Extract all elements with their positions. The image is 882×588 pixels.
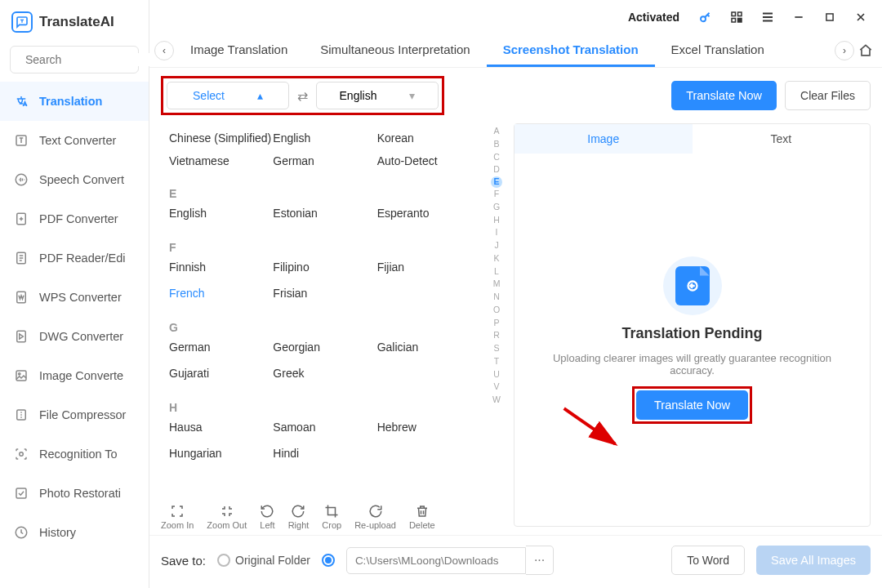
minimize-icon[interactable] [791,9,807,25]
sidebar-item-dwg-converter[interactable]: DWG Converter [0,317,149,356]
tabs-next[interactable]: › [835,41,854,60]
sidebar-item-photo-restoration[interactable]: Photo Restorati [0,474,149,513]
az-index-m[interactable]: M [493,278,501,291]
save-all-images-button[interactable]: Save All Images [756,546,871,575]
lang-option[interactable]: Hindi [273,440,376,466]
lang-option[interactable]: Greek [273,360,376,386]
az-index-n[interactable]: N [493,291,500,304]
az-index-i[interactable]: I [496,226,498,239]
lang-option[interactable]: Filipino [273,254,376,280]
target-lang-select[interactable]: English ▾ [316,82,439,109]
sidebar-item-recognition[interactable]: Recognition To [0,434,149,474]
footer: Save to: Original Folder C:\Users\MLoong… [149,535,882,588]
result-tab-text[interactable]: Text [693,124,871,154]
save-custom-path-radio[interactable] [322,554,335,567]
az-index-l[interactable]: L [494,265,499,278]
translate-now-panel-button[interactable]: Translate Now [636,390,748,420]
lang-option[interactable]: Samoan [273,414,376,440]
az-index-o[interactable]: O [493,304,500,317]
tab-image-translation[interactable]: Image Translation [174,34,304,67]
lang-option[interactable]: Gujarati [169,360,273,386]
source-lang-select[interactable]: Select ▴ [167,82,289,109]
home-button[interactable] [854,39,877,62]
az-index-b[interactable]: B [493,138,499,151]
tab-screenshot-translation[interactable]: Screenshot Translation [487,34,655,67]
sidebar-item-file-compressor[interactable]: File Compressor [0,395,149,434]
key-icon[interactable] [697,9,714,25]
lang-option[interactable]: English [273,127,376,149]
clear-files-button[interactable]: Clear Files [785,81,871,110]
lang-option[interactable] [377,360,481,386]
crop-button[interactable]: Crop [322,504,341,530]
save-path-input[interactable]: C:\Users\MLoong\Downloads [346,547,526,574]
lang-option[interactable]: Auto-Detect [377,149,481,172]
az-index-c[interactable]: C [493,151,500,164]
lang-option[interactable]: Esperanto [377,200,481,226]
sidebar-item-pdf-reader[interactable]: PDF Reader/Edi [0,238,149,278]
az-index-f[interactable]: F [494,188,499,201]
sidebar-item-image-converter[interactable]: Image Converte [0,356,149,395]
az-index-u[interactable]: U [493,368,500,381]
az-index-a[interactable]: A [493,125,499,138]
swap-languages-button[interactable]: ⇄ [289,88,316,104]
radio-checked-icon [322,554,335,567]
az-index-j[interactable]: J [494,239,498,252]
rotate-right-button[interactable]: Right [288,504,310,530]
lang-option[interactable] [377,440,481,466]
lang-option[interactable]: German [169,334,273,360]
pdf-icon [13,211,29,227]
lang-option[interactable]: Galician [377,334,481,360]
qr-icon[interactable] [728,9,745,25]
delete-button[interactable]: Delete [409,504,435,530]
lang-option[interactable]: English [169,200,273,226]
az-index-p[interactable]: P [493,317,499,330]
rotate-left-button[interactable]: Left [260,504,274,530]
menu-icon[interactable] [760,9,776,25]
lang-option[interactable]: Hausa [169,414,273,440]
az-index-e[interactable]: E [491,176,502,188]
lang-option[interactable]: Hungarian [169,440,273,466]
lang-option[interactable]: Chinese (Simplified) [169,127,273,149]
sidebar-item-translation[interactable]: Translation [0,82,149,121]
reupload-button[interactable]: Re-upload [354,504,396,530]
zoom-out-button[interactable]: Zoom Out [207,504,247,530]
translate-now-button[interactable]: Translate Now [671,81,777,110]
sidebar-item-text-converter[interactable]: Text Converter [0,121,149,160]
lang-option[interactable]: Fijian [377,254,481,280]
result-tab-image[interactable]: Image [514,124,693,154]
lang-option[interactable]: Vietnamese [169,149,273,172]
az-index-t[interactable]: T [494,355,499,368]
lang-option[interactable]: Frisian [273,280,376,306]
az-index-v[interactable]: V [493,381,499,394]
az-index-g[interactable]: G [493,201,500,214]
to-word-button[interactable]: To Word [671,546,745,575]
tab-excel-translation[interactable]: Excel Translation [655,34,781,67]
az-index-w[interactable]: W [492,394,501,407]
sidebar-item-pdf-converter[interactable]: PDF Converter [0,199,149,238]
search-input-wrap[interactable] [10,46,139,74]
lang-option[interactable]: Estonian [273,200,376,226]
search-input[interactable] [25,53,168,66]
lang-option-french[interactable]: French [169,280,273,306]
save-path-browse[interactable]: ··· [526,546,554,575]
lang-option[interactable] [377,280,481,306]
az-index-h[interactable]: H [493,214,500,227]
lang-option[interactable]: German [273,149,376,172]
sidebar-item-wps-converter[interactable]: WPS Converter [0,278,149,317]
lang-option[interactable]: Georgian [273,334,376,360]
sidebar-item-history[interactable]: History [0,513,149,552]
lang-option[interactable]: Korean [377,127,481,149]
tab-simultaneous[interactable]: Simultaneous Interpretation [304,34,486,67]
az-index-d[interactable]: D [493,163,500,176]
close-icon[interactable] [853,9,869,25]
sidebar-item-speech-convert[interactable]: Speech Convert [0,160,149,199]
save-original-folder-radio[interactable]: Original Folder [217,554,310,567]
lang-option[interactable]: Finnish [169,254,273,280]
zoom-in-button[interactable]: Zoom In [161,504,194,530]
lang-option[interactable]: Hebrew [377,414,481,440]
az-index-s[interactable]: S [493,342,499,355]
tabs-prev[interactable]: ‹ [154,41,174,60]
az-index-k[interactable]: K [493,252,499,265]
maximize-icon[interactable] [822,9,838,25]
az-index-r[interactable]: R [493,329,500,342]
